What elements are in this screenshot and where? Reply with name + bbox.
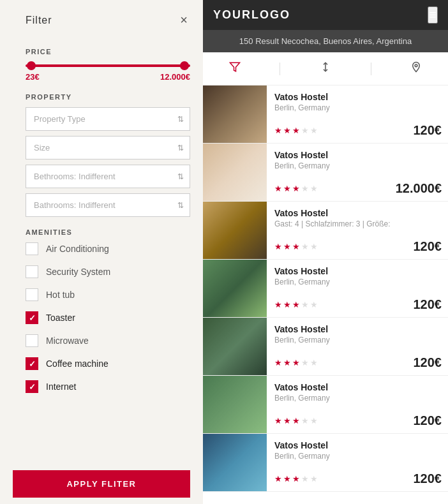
amenity-item[interactable]: Internet (26, 380, 190, 393)
amenity-label-6: Internet (46, 382, 76, 392)
bathrooms-wrapper: Bathrooms: Indifferent ⇅ (26, 193, 190, 217)
property-card[interactable]: Vatos HostelBerlin, Germany★★★★★120€ (203, 376, 448, 434)
amenity-label-3: Toaster (46, 313, 75, 323)
star-5: ★ (310, 184, 318, 193)
property-card[interactable]: Vatos HostelBerlin, Germany★★★★★120€ (203, 434, 448, 492)
property-type-wrapper: Property Type ⇅ (26, 107, 190, 131)
property-info-5: Vatos HostelBerlin, Germany★★★★★120€ (267, 376, 448, 433)
property-card[interactable]: Vatos HostelGast: 4 | Schlafzimmer: 3 | … (203, 202, 448, 260)
property-bottom-6: ★★★★★120€ (274, 471, 442, 486)
bedrooms-wrapper: Bethrooms: Indifferent ⇅ (26, 165, 190, 188)
logo: YOURLOGO (213, 8, 290, 22)
menu-button[interactable]: ≡ (428, 6, 438, 24)
property-price-6: 120€ (414, 471, 442, 486)
property-type-select[interactable]: Property Type (26, 107, 190, 131)
property-price-1: 12.000€ (396, 181, 442, 196)
amenity-item[interactable]: Microwave (26, 334, 190, 347)
filter-panel: Filter × PRICE 23€ 12.000€ PROPERTY Prop… (0, 0, 203, 504)
property-name-3: Vatos Hostel (274, 266, 442, 276)
results-panel: YOURLOGO ≡ 150 Result Necochea, Buenos A… (203, 0, 448, 504)
amenity-label-0: Air Conditioning (46, 244, 109, 254)
amenity-checkbox-5[interactable] (26, 357, 38, 370)
star-1: ★ (274, 184, 282, 193)
star-1: ★ (274, 126, 282, 135)
price-max: 12.000€ (160, 72, 190, 82)
property-stars-0: ★★★★★ (274, 126, 318, 135)
property-name-4: Vatos Hostel (274, 324, 442, 334)
star-1: ★ (274, 358, 282, 367)
property-image-4 (203, 318, 267, 375)
amenity-checkbox-4[interactable] (26, 334, 38, 347)
property-location-1: Berlin, Germany (274, 161, 442, 170)
amenity-checkbox-2[interactable] (26, 288, 38, 301)
amenity-checkbox-1[interactable] (26, 265, 38, 278)
amenities-section: AMENITIES Air ConditioningSecurity Syste… (26, 228, 190, 393)
property-price-3: 120€ (414, 297, 442, 312)
star-5: ★ (310, 126, 318, 135)
property-card[interactable]: Vatos HostelBerlin, Germany★★★★★12.000€ (203, 144, 448, 202)
property-location-2: Gast: 4 | Schlafzimmer: 3 | Größe: (274, 219, 442, 228)
property-image-5 (203, 376, 267, 433)
property-info-1: Vatos HostelBerlin, Germany★★★★★12.000€ (267, 144, 448, 201)
amenity-item[interactable]: Coffee machine (26, 357, 190, 370)
property-info-3: Vatos HostelBerlin, Germany★★★★★120€ (267, 260, 448, 317)
price-section: PRICE 23€ 12.000€ (26, 48, 190, 82)
bedrooms-select[interactable]: Bethrooms: Indifferent (26, 165, 190, 188)
property-stars-4: ★★★★★ (274, 358, 318, 367)
amenity-label-5: Coffee machine (46, 359, 108, 369)
star-3: ★ (292, 184, 300, 193)
property-location-4: Berlin, Germany (274, 336, 442, 345)
property-stars-6: ★★★★★ (274, 474, 318, 484)
star-2: ★ (283, 300, 291, 309)
star-3: ★ (292, 126, 300, 135)
star-3: ★ (292, 416, 300, 426)
star-3: ★ (292, 358, 300, 367)
property-bottom-4: ★★★★★120€ (274, 355, 442, 370)
close-button[interactable]: × (177, 10, 190, 30)
property-name-0: Vatos Hostel (274, 92, 442, 102)
amenities-list: Air ConditioningSecurity SystemHot tubTo… (26, 242, 190, 393)
property-bottom-5: ★★★★★120€ (274, 413, 442, 428)
star-5: ★ (310, 242, 318, 251)
property-list: Vatos HostelBerlin, Germany★★★★★120€Vato… (203, 85, 448, 504)
amenities-label: AMENITIES (26, 228, 190, 236)
property-card[interactable]: Vatos HostelBerlin, Germany★★★★★120€ (203, 260, 448, 318)
apply-filter-button[interactable]: APPLY FLITER (13, 470, 190, 498)
amenity-item[interactable]: Hot tub (26, 288, 190, 301)
divider-2 (371, 63, 371, 75)
property-card[interactable]: Vatos HostelBerlin, Germany★★★★★120€ (203, 85, 448, 144)
amenity-checkbox-6[interactable] (26, 380, 38, 393)
amenity-label-2: Hot tub (46, 290, 75, 300)
filter-body: PRICE 23€ 12.000€ PROPERTY Property Type… (0, 36, 203, 504)
property-card[interactable]: Vatos HostelBerlin, Germany★★★★★120€ (203, 318, 448, 376)
property-bottom-0: ★★★★★120€ (274, 123, 442, 138)
amenity-item[interactable]: Air Conditioning (26, 242, 190, 255)
property-name-1: Vatos Hostel (274, 150, 442, 160)
property-location-3: Berlin, Germany (274, 278, 442, 286)
result-count: 150 Result (239, 36, 279, 46)
star-4: ★ (301, 126, 309, 135)
price-range-track[interactable] (26, 64, 190, 67)
star-3: ★ (292, 474, 300, 484)
results-header: YOURLOGO ≡ (203, 0, 448, 30)
star-5: ★ (310, 416, 318, 426)
sort-icon-button[interactable] (307, 59, 344, 78)
bathrooms-select[interactable]: Bathrooms: Indifferent (26, 193, 190, 217)
property-location-0: Berlin, Germany (274, 103, 442, 112)
filter-icon-button[interactable] (216, 59, 253, 78)
amenity-checkbox-0[interactable] (26, 242, 38, 255)
property-price-4: 120€ (414, 355, 442, 370)
star-4: ★ (301, 358, 309, 367)
property-stars-1: ★★★★★ (274, 184, 318, 193)
apply-btn-wrapper: APPLY FLITER (0, 464, 203, 504)
property-image-6 (203, 434, 267, 491)
star-2: ★ (283, 416, 291, 426)
map-icon-button[interactable] (398, 59, 435, 78)
amenity-checkbox-3[interactable] (26, 311, 38, 324)
size-select[interactable]: Size (26, 136, 190, 159)
amenity-item[interactable]: Security System (26, 265, 190, 278)
amenity-item[interactable]: Toaster (26, 311, 190, 324)
star-2: ★ (283, 358, 291, 367)
star-4: ★ (301, 474, 309, 484)
property-location-5: Berlin, Germany (274, 394, 442, 403)
